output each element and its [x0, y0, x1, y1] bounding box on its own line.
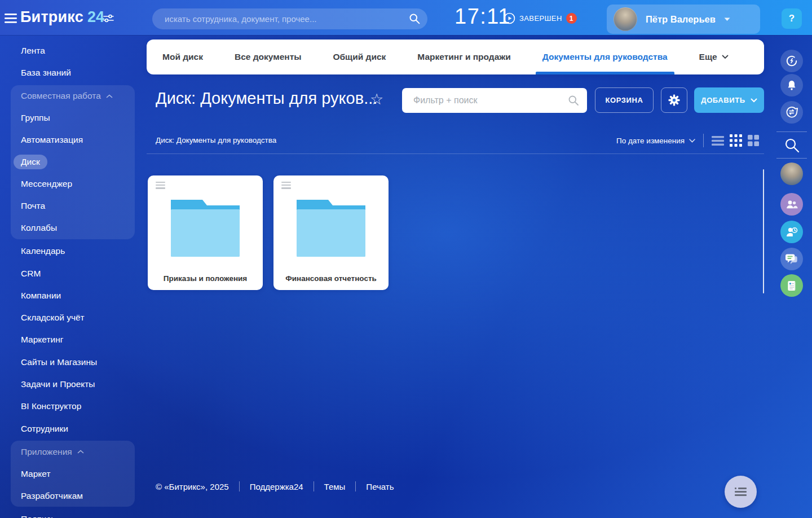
- chat-sync-icon[interactable]: [780, 101, 803, 124]
- chevron-down-icon: [724, 17, 730, 21]
- footer-link-support[interactable]: Поддержка24: [250, 482, 303, 491]
- user-avatar[interactable]: [614, 7, 637, 31]
- listing-controls: По дате изменения: [616, 134, 759, 147]
- tab-all-documents[interactable]: Все документы: [219, 39, 317, 74]
- sidebar-item-developers[interactable]: Разработчикам: [11, 485, 135, 507]
- timer-icon[interactable]: [780, 50, 803, 72]
- logo-brand: Битрикс: [20, 8, 83, 25]
- settings-button[interactable]: [661, 87, 687, 113]
- work-day-status-label: ЗАВЕРШЕН: [519, 14, 562, 23]
- chat-bubbles-icon[interactable]: [780, 248, 803, 270]
- global-search-input[interactable]: [152, 8, 427, 29]
- sidebar-item-collabs[interactable]: Коллабы: [11, 217, 135, 239]
- sidebar-item-feed[interactable]: Лента: [0, 39, 145, 62]
- work-time-clock[interactable]: 17:11: [454, 5, 511, 29]
- filter-search-input[interactable]: [402, 88, 587, 113]
- quick-menu-fab[interactable]: [725, 476, 757, 508]
- gear-icon: [668, 94, 680, 106]
- main-menu-sidebar: Лента База знаний Совместная работа Груп…: [0, 39, 145, 518]
- list-view-icon[interactable]: [712, 136, 724, 146]
- user-profile-widget[interactable]: Пётр Валерьев: [607, 5, 760, 34]
- sidebar-group-apps-header[interactable]: Приложения: [11, 441, 135, 463]
- rail-user-avatar[interactable]: [780, 163, 803, 185]
- logo-suffix: 24: [87, 8, 104, 25]
- folder-name: Приказы и положения: [148, 274, 263, 283]
- favorite-star-icon[interactable]: ☆: [370, 90, 383, 108]
- search-icon[interactable]: [409, 13, 420, 27]
- sidebar-item-groups[interactable]: Группы: [11, 107, 135, 129]
- add-button[interactable]: ДОБАВИТЬ: [694, 87, 764, 113]
- sidebar-item-calendar[interactable]: Календарь: [0, 240, 145, 262]
- tab-shared-disk[interactable]: Общий диск: [317, 39, 401, 74]
- sidebar-item-mail[interactable]: Почта: [11, 195, 135, 217]
- top-header-bar: Битрикс24 17:11 ЗАВЕРШЕН 1 Пётр Валерьев: [0, 0, 812, 35]
- sidebar-item-employees[interactable]: Сотрудники: [0, 418, 145, 440]
- menu-hamburger-icon[interactable]: [5, 14, 17, 25]
- notification-badge: 1: [566, 13, 577, 24]
- page-title: Диск: Документы для руков...: [156, 89, 377, 108]
- tab-management-documents[interactable]: Документы для руководства: [527, 39, 683, 74]
- divider: [776, 158, 807, 159]
- footer-link-print[interactable]: Печать: [366, 482, 394, 491]
- settings-sliders-icon[interactable]: [103, 14, 114, 25]
- sidebar-item-bi-builder[interactable]: BI Конструктор: [0, 396, 145, 418]
- people-icon[interactable]: [780, 193, 803, 216]
- folder-menu-icon[interactable]: [156, 182, 165, 189]
- sidebar-item-disk[interactable]: Диск: [11, 151, 135, 173]
- bitrix24-logo: Битрикс24: [20, 8, 104, 26]
- sidebar-item-marketing[interactable]: Маркетинг: [0, 329, 145, 351]
- sidebar-group-collaboration-header[interactable]: Совместная работа: [11, 85, 135, 107]
- filter-search-icon[interactable]: [568, 95, 579, 108]
- filter-search: [402, 88, 587, 113]
- person-clock-icon[interactable]: [780, 221, 803, 243]
- sidebar-item-companies[interactable]: Компании: [0, 284, 145, 306]
- trash-button[interactable]: КОРЗИНА: [595, 87, 654, 113]
- disk-section-tabs: Мой диск Все документы Общий диск Маркет…: [147, 39, 764, 74]
- sidebar-item-knowledge-base[interactable]: База знаний: [0, 62, 145, 84]
- footer-copyright: © «Битрикс», 2025: [156, 482, 229, 491]
- tab-my-disk[interactable]: Мой диск: [147, 39, 219, 74]
- work-day-status[interactable]: ЗАВЕРШЕН 1: [504, 12, 577, 24]
- sidebar-item-signature[interactable]: Подпись: [0, 508, 145, 518]
- sidebar-item-inventory[interactable]: Складской учёт: [0, 306, 145, 328]
- folder-icon: [297, 200, 365, 257]
- folder-menu-icon[interactable]: [281, 182, 291, 189]
- sidebar-group-apps: Приложения Маркет Разработчикам: [11, 441, 135, 507]
- footer-link-themes[interactable]: Темы: [324, 482, 346, 491]
- chevron-up-icon: [77, 450, 84, 454]
- sort-dropdown[interactable]: По дате изменения: [616, 137, 695, 145]
- divider: [314, 481, 314, 491]
- tab-marketing-sales[interactable]: Маркетинг и продажи: [401, 39, 527, 74]
- sidebar-item-messenger[interactable]: Мессенджер: [11, 173, 135, 195]
- sidebar-item-market[interactable]: Маркет: [11, 463, 135, 485]
- content-scrollbar[interactable]: [763, 169, 764, 293]
- folder-card[interactable]: Приказы и положения: [148, 175, 263, 290]
- sidebar-item-tasks-projects[interactable]: Задачи и Проекты: [0, 373, 145, 395]
- sidebar-group-collaboration: Совместная работа Группы Автоматизация Д…: [11, 85, 135, 239]
- chevron-down-icon: [722, 55, 729, 59]
- folder-card[interactable]: Финансовая отчетность: [273, 175, 389, 290]
- help-button[interactable]: ?: [782, 8, 802, 29]
- global-search: [152, 8, 427, 29]
- footer: © «Битрикс», 2025 Поддержка24 Темы Печат…: [156, 481, 394, 491]
- rail-search-icon[interactable]: [784, 138, 800, 155]
- folder-icon: [171, 200, 240, 257]
- play-circle-icon: [504, 12, 515, 24]
- breadcrumb[interactable]: Диск: Документы для руководства: [156, 136, 276, 144]
- divider: [147, 153, 764, 154]
- bell-icon[interactable]: [780, 74, 803, 96]
- bitrix24-app: Битрикс24 17:11 ЗАВЕРШЕН 1 Пётр Валерьев…: [0, 0, 812, 518]
- grid-view-icon[interactable]: [730, 134, 742, 147]
- chevron-up-icon: [106, 94, 113, 98]
- divider: [703, 134, 704, 147]
- folder-name: Финансовая отчетность: [273, 274, 389, 283]
- user-name: Пётр Валерьев: [646, 14, 716, 25]
- sidebar-item-automation[interactable]: Автоматизация: [11, 129, 135, 151]
- divider: [355, 481, 356, 491]
- tab-more[interactable]: Еще: [683, 39, 744, 74]
- divider: [776, 131, 807, 132]
- tile-view-icon[interactable]: [748, 135, 759, 146]
- document-icon[interactable]: [780, 274, 803, 297]
- sidebar-item-sites-stores[interactable]: Сайты и Магазины: [0, 351, 145, 373]
- sidebar-item-crm[interactable]: CRM: [0, 262, 145, 284]
